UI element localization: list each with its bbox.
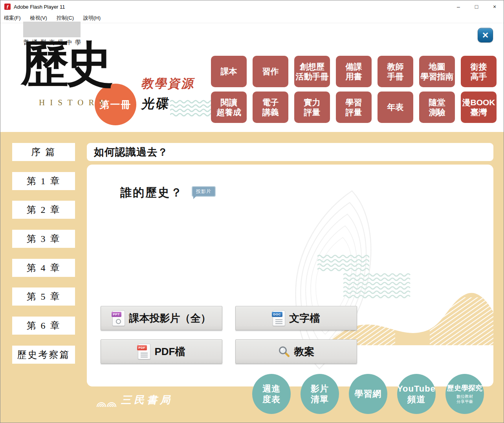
window-title: Adobe Flash Player 11: [14, 4, 65, 10]
teal-wave-pattern-small: [317, 254, 369, 272]
tagline-disc: 光碟: [140, 95, 172, 113]
content-panel: 誰的歷史？ 投影片 PPT 課本投影片（全） DOC 文字檔 PDF PDF檔: [87, 165, 493, 386]
file-button-label: PDF檔: [155, 345, 185, 359]
resource-button-activity-handbook[interactable]: 創想歷 活動手冊: [294, 56, 330, 87]
sidebar-item-chapter1[interactable]: 第 1 章: [12, 172, 75, 190]
text-file-button[interactable]: DOC 文字檔: [235, 306, 357, 330]
file-button-label: 課本投影片（全）: [129, 311, 211, 325]
flash-player-icon: f: [4, 4, 11, 10]
sanmin-arches-icon: [96, 397, 117, 407]
resource-button-lesson-prep[interactable]: 備課 用書: [336, 56, 372, 87]
app-exit-button[interactable]: ✕: [478, 28, 493, 42]
ppt-file-icon: PPT: [112, 310, 125, 326]
resource-button-textbook[interactable]: 課本: [211, 56, 247, 87]
subject-title-en: HISTORY: [39, 98, 110, 108]
menu-help[interactable]: 說明(H): [83, 15, 101, 22]
tagline-resources: 教學資源: [140, 75, 196, 92]
menu-view[interactable]: 檢視(V): [30, 15, 47, 22]
pdf-file-icon: PDF: [138, 344, 150, 359]
teal-wave-decoration: [170, 99, 215, 117]
doc-file-icon: DOC: [273, 310, 285, 326]
lesson-plan-button[interactable]: 教案: [235, 339, 357, 364]
resource-button-teacher-manual[interactable]: 教師 手冊: [378, 56, 413, 87]
resource-button-manbook-taiwan[interactable]: 漫BOOK 臺灣: [461, 92, 497, 123]
titlebar: f Adobe Flash Player 11 – □ ×: [0, 0, 504, 13]
resource-button-e-lecture[interactable]: 電子 講義: [253, 92, 288, 123]
resource-button-learning-test[interactable]: 學習 評量: [336, 92, 372, 123]
file-button-label: 教案: [294, 345, 315, 359]
history-inquiry-circle[interactable]: 歷史學探究 數位教材 分享平臺: [445, 374, 484, 414]
file-button-label: 文字檔: [290, 311, 320, 325]
sidebar-item-chapter2[interactable]: 第 2 章: [12, 201, 75, 219]
video-list-circle[interactable]: 影片 清單: [301, 374, 339, 414]
flash-player-window: f Adobe Flash Player 11 – □ × 檔案(F) 檢視(V…: [0, 0, 504, 423]
minimize-button[interactable]: –: [449, 0, 467, 13]
resource-button-quiz[interactable]: 隨堂 測驗: [419, 92, 455, 123]
resource-button-workbook[interactable]: 習作: [253, 56, 288, 87]
learning-site-circle[interactable]: 學習網: [349, 374, 387, 414]
menu-file[interactable]: 檔案(F): [4, 15, 21, 22]
weekly-schedule-circle[interactable]: 週進 度表: [252, 374, 291, 414]
sidebar-item-chapter3[interactable]: 第 3 章: [12, 230, 75, 248]
sidebar-item-chapter4[interactable]: 第 4 章: [12, 259, 75, 277]
close-button[interactable]: ×: [486, 0, 504, 13]
resource-button-map-guide[interactable]: 地圖 學習指南: [419, 56, 455, 87]
magnifier-icon: [278, 346, 290, 357]
publisher-name: 三民書局: [121, 393, 173, 407]
maximize-button[interactable]: □: [467, 0, 486, 13]
sidebar-item-chapter6[interactable]: 第 6 章: [12, 317, 75, 335]
resource-button-timeline[interactable]: 年表: [378, 92, 413, 123]
redacted-logo-block: [23, 22, 81, 37]
sidebar-item-preface[interactable]: 序 篇: [12, 143, 75, 161]
resource-button-ability-test[interactable]: 實力 評量: [294, 92, 330, 123]
publisher-logo: 三民書局: [96, 393, 173, 407]
textbook-slides-all-button[interactable]: PPT 課本投影片（全）: [101, 306, 222, 330]
resource-button-grid: 課本 習作 創想歷 活動手冊 備課 用書 教師 手冊 地圖 學習指南 銜接 高手…: [211, 56, 497, 123]
youtube-channel-circle[interactable]: YouTube 頻道: [397, 374, 436, 414]
resource-button-reading[interactable]: 閱讀 超養成: [211, 92, 247, 123]
section-title: 如何認識過去？: [94, 145, 168, 159]
menu-control[interactable]: 控制(C): [57, 15, 74, 22]
topic-title: 誰的歷史？: [120, 185, 183, 201]
pdf-file-button[interactable]: PDF PDF檔: [101, 339, 222, 364]
sidebar-item-field-study[interactable]: 歷史考察篇: [12, 346, 75, 364]
sidebar-item-chapter5[interactable]: 第 5 章: [12, 287, 75, 306]
topic-row: 誰的歷史？ 投影片: [120, 185, 216, 201]
slides-tag: 投影片: [192, 186, 216, 197]
resource-button-bridging[interactable]: 銜接 高手: [461, 56, 497, 87]
masthead: 普通型高級中學 ✕ 歷史 HISTORY 第一冊 教學資源 光碟 課本 習作 創…: [0, 23, 504, 132]
section-header: 如何認識過去？: [87, 143, 493, 161]
subject-title: 歷史: [21, 40, 110, 88]
